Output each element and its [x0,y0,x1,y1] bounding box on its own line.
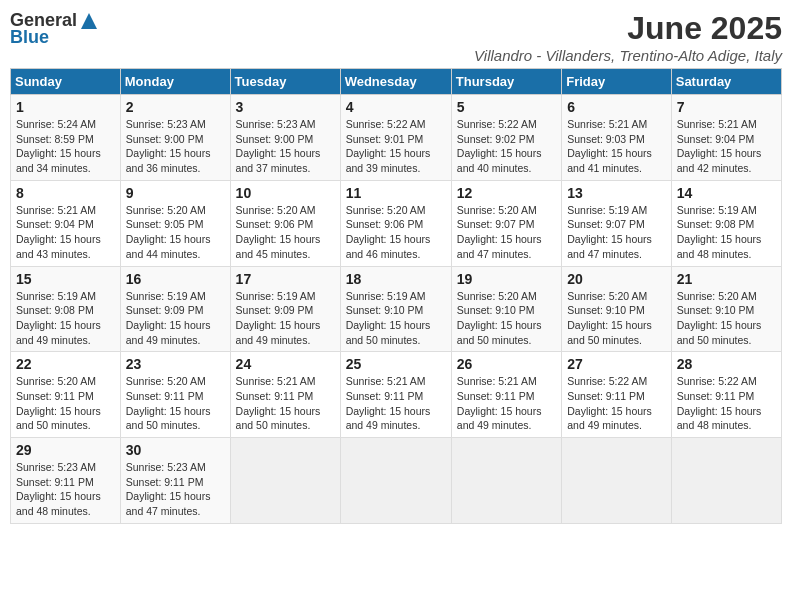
day-number: 27 [567,356,666,372]
day-info: Sunrise: 5:21 AM Sunset: 9:11 PM Dayligh… [346,375,431,431]
day-number: 11 [346,185,446,201]
day-info: Sunrise: 5:21 AM Sunset: 9:04 PM Dayligh… [16,204,101,260]
calendar-week-row: 22 Sunrise: 5:20 AM Sunset: 9:11 PM Dayl… [11,352,782,438]
day-info: Sunrise: 5:20 AM Sunset: 9:11 PM Dayligh… [16,375,101,431]
day-number: 4 [346,99,446,115]
page-header: General Blue June 2025 Villandro - Villa… [10,10,782,64]
calendar-cell: 24 Sunrise: 5:21 AM Sunset: 9:11 PM Dayl… [230,352,340,438]
calendar-header-row: SundayMondayTuesdayWednesdayThursdayFrid… [11,69,782,95]
calendar-cell: 6 Sunrise: 5:21 AM Sunset: 9:03 PM Dayli… [562,95,672,181]
calendar-cell: 16 Sunrise: 5:19 AM Sunset: 9:09 PM Dayl… [120,266,230,352]
day-info: Sunrise: 5:21 AM Sunset: 9:11 PM Dayligh… [236,375,321,431]
day-number: 16 [126,271,225,287]
column-header-wednesday: Wednesday [340,69,451,95]
calendar-cell: 29 Sunrise: 5:23 AM Sunset: 9:11 PM Dayl… [11,438,121,524]
calendar-cell: 14 Sunrise: 5:19 AM Sunset: 9:08 PM Dayl… [671,180,781,266]
day-info: Sunrise: 5:24 AM Sunset: 8:59 PM Dayligh… [16,118,101,174]
calendar-cell: 25 Sunrise: 5:21 AM Sunset: 9:11 PM Dayl… [340,352,451,438]
day-number: 28 [677,356,776,372]
column-header-monday: Monday [120,69,230,95]
logo-icon [79,11,99,31]
calendar-cell: 26 Sunrise: 5:21 AM Sunset: 9:11 PM Dayl… [451,352,561,438]
day-info: Sunrise: 5:21 AM Sunset: 9:04 PM Dayligh… [677,118,762,174]
day-info: Sunrise: 5:20 AM Sunset: 9:06 PM Dayligh… [346,204,431,260]
day-info: Sunrise: 5:19 AM Sunset: 9:10 PM Dayligh… [346,290,431,346]
calendar-cell: 22 Sunrise: 5:20 AM Sunset: 9:11 PM Dayl… [11,352,121,438]
calendar-cell: 12 Sunrise: 5:20 AM Sunset: 9:07 PM Dayl… [451,180,561,266]
calendar-cell: 20 Sunrise: 5:20 AM Sunset: 9:10 PM Dayl… [562,266,672,352]
calendar-cell: 27 Sunrise: 5:22 AM Sunset: 9:11 PM Dayl… [562,352,672,438]
day-info: Sunrise: 5:22 AM Sunset: 9:11 PM Dayligh… [677,375,762,431]
column-header-thursday: Thursday [451,69,561,95]
day-number: 5 [457,99,556,115]
day-info: Sunrise: 5:21 AM Sunset: 9:11 PM Dayligh… [457,375,542,431]
calendar-cell: 11 Sunrise: 5:20 AM Sunset: 9:06 PM Dayl… [340,180,451,266]
day-number: 2 [126,99,225,115]
day-info: Sunrise: 5:19 AM Sunset: 9:09 PM Dayligh… [126,290,211,346]
day-info: Sunrise: 5:23 AM Sunset: 9:00 PM Dayligh… [126,118,211,174]
day-number: 26 [457,356,556,372]
day-number: 10 [236,185,335,201]
calendar-week-row: 8 Sunrise: 5:21 AM Sunset: 9:04 PM Dayli… [11,180,782,266]
logo-blue-text: Blue [10,27,49,48]
column-header-tuesday: Tuesday [230,69,340,95]
calendar-cell [340,438,451,524]
day-number: 22 [16,356,115,372]
calendar-week-row: 1 Sunrise: 5:24 AM Sunset: 8:59 PM Dayli… [11,95,782,181]
day-info: Sunrise: 5:20 AM Sunset: 9:10 PM Dayligh… [677,290,762,346]
calendar-cell: 10 Sunrise: 5:20 AM Sunset: 9:06 PM Dayl… [230,180,340,266]
calendar-cell: 5 Sunrise: 5:22 AM Sunset: 9:02 PM Dayli… [451,95,561,181]
day-info: Sunrise: 5:19 AM Sunset: 9:09 PM Dayligh… [236,290,321,346]
calendar-cell [230,438,340,524]
day-number: 20 [567,271,666,287]
calendar-cell: 1 Sunrise: 5:24 AM Sunset: 8:59 PM Dayli… [11,95,121,181]
day-number: 25 [346,356,446,372]
month-title: June 2025 [474,10,782,47]
calendar-table: SundayMondayTuesdayWednesdayThursdayFrid… [10,68,782,524]
day-number: 19 [457,271,556,287]
day-number: 6 [567,99,666,115]
calendar-cell: 28 Sunrise: 5:22 AM Sunset: 9:11 PM Dayl… [671,352,781,438]
calendar-cell: 30 Sunrise: 5:23 AM Sunset: 9:11 PM Dayl… [120,438,230,524]
calendar-cell [562,438,672,524]
day-info: Sunrise: 5:19 AM Sunset: 9:08 PM Dayligh… [677,204,762,260]
day-number: 13 [567,185,666,201]
day-number: 8 [16,185,115,201]
day-info: Sunrise: 5:20 AM Sunset: 9:07 PM Dayligh… [457,204,542,260]
day-info: Sunrise: 5:20 AM Sunset: 9:10 PM Dayligh… [457,290,542,346]
column-header-friday: Friday [562,69,672,95]
day-number: 1 [16,99,115,115]
day-info: Sunrise: 5:22 AM Sunset: 9:01 PM Dayligh… [346,118,431,174]
day-number: 12 [457,185,556,201]
day-info: Sunrise: 5:22 AM Sunset: 9:02 PM Dayligh… [457,118,542,174]
calendar-cell: 13 Sunrise: 5:19 AM Sunset: 9:07 PM Dayl… [562,180,672,266]
day-info: Sunrise: 5:23 AM Sunset: 9:00 PM Dayligh… [236,118,321,174]
calendar-week-row: 15 Sunrise: 5:19 AM Sunset: 9:08 PM Dayl… [11,266,782,352]
day-info: Sunrise: 5:20 AM Sunset: 9:10 PM Dayligh… [567,290,652,346]
day-info: Sunrise: 5:23 AM Sunset: 9:11 PM Dayligh… [16,461,101,517]
day-info: Sunrise: 5:20 AM Sunset: 9:05 PM Dayligh… [126,204,211,260]
calendar-cell: 7 Sunrise: 5:21 AM Sunset: 9:04 PM Dayli… [671,95,781,181]
day-info: Sunrise: 5:23 AM Sunset: 9:11 PM Dayligh… [126,461,211,517]
calendar-cell: 15 Sunrise: 5:19 AM Sunset: 9:08 PM Dayl… [11,266,121,352]
title-block: June 2025 Villandro - Villanders, Trenti… [474,10,782,64]
calendar-cell: 17 Sunrise: 5:19 AM Sunset: 9:09 PM Dayl… [230,266,340,352]
calendar-cell: 4 Sunrise: 5:22 AM Sunset: 9:01 PM Dayli… [340,95,451,181]
day-info: Sunrise: 5:19 AM Sunset: 9:07 PM Dayligh… [567,204,652,260]
day-number: 9 [126,185,225,201]
calendar-cell: 9 Sunrise: 5:20 AM Sunset: 9:05 PM Dayli… [120,180,230,266]
calendar-cell: 3 Sunrise: 5:23 AM Sunset: 9:00 PM Dayli… [230,95,340,181]
day-number: 23 [126,356,225,372]
column-header-sunday: Sunday [11,69,121,95]
calendar-cell: 21 Sunrise: 5:20 AM Sunset: 9:10 PM Dayl… [671,266,781,352]
day-number: 14 [677,185,776,201]
calendar-cell: 2 Sunrise: 5:23 AM Sunset: 9:00 PM Dayli… [120,95,230,181]
calendar-week-row: 29 Sunrise: 5:23 AM Sunset: 9:11 PM Dayl… [11,438,782,524]
day-number: 17 [236,271,335,287]
day-info: Sunrise: 5:22 AM Sunset: 9:11 PM Dayligh… [567,375,652,431]
day-number: 29 [16,442,115,458]
day-number: 18 [346,271,446,287]
day-info: Sunrise: 5:20 AM Sunset: 9:06 PM Dayligh… [236,204,321,260]
day-number: 24 [236,356,335,372]
day-number: 3 [236,99,335,115]
